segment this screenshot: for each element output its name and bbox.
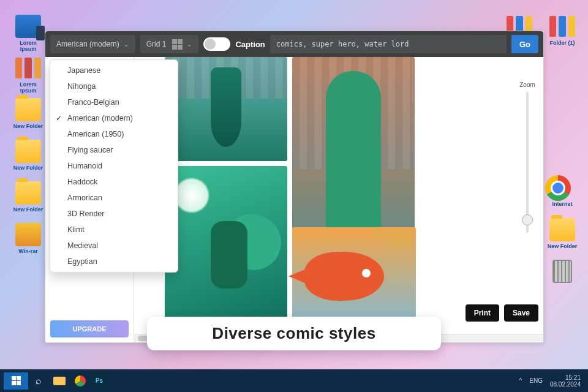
caption-toggle[interactable] bbox=[203, 37, 230, 51]
desktop-icon-label: Lorem Ipsum bbox=[11, 40, 45, 52]
caption-toggle-label: Caption bbox=[235, 40, 265, 49]
system-tray: ^ ENG 15:21 08.02.2024 bbox=[519, 374, 588, 388]
hero-figure-icon bbox=[326, 71, 381, 243]
desktop-icon-folder[interactable]: New Folder bbox=[11, 98, 45, 129]
trash-icon bbox=[552, 260, 572, 283]
style-dropdown: Japanese Nihonga Franco-Belgian American… bbox=[50, 59, 178, 273]
tray-clock[interactable]: 15:21 08.02.2024 bbox=[550, 374, 581, 388]
print-button[interactable]: Print bbox=[466, 304, 499, 322]
style-select-value: American (modern) bbox=[56, 40, 119, 48]
desktop-icon-pc[interactable]: Lorem Ipsum bbox=[11, 15, 45, 52]
desktop-icon-label: Internet bbox=[545, 201, 579, 207]
app-window: American (modern) ⌄ Grid 1 ⌄ Caption Go … bbox=[45, 31, 544, 343]
taskbar-chrome[interactable] bbox=[70, 372, 91, 390]
prompt-input[interactable] bbox=[270, 35, 507, 53]
hero-figure-icon bbox=[211, 67, 241, 147]
desktop-icon-label: New Folder bbox=[11, 123, 45, 129]
style-option-medieval[interactable]: Medieval bbox=[50, 238, 178, 254]
binders-icon bbox=[549, 15, 575, 38]
style-option-3d-render[interactable]: 3D Render bbox=[50, 206, 178, 222]
pc-icon bbox=[15, 15, 41, 38]
chevron-down-icon: ⌄ bbox=[123, 40, 129, 48]
panel-1[interactable] bbox=[165, 57, 287, 161]
desktop-icon-label: New Folder bbox=[545, 243, 579, 249]
taskbar: ⌕ Ps ^ ENG 15:21 08.02.2024 bbox=[0, 369, 588, 392]
style-option-japanese[interactable]: Japanese bbox=[50, 62, 178, 78]
zoom-label: Zoom bbox=[519, 81, 535, 88]
tray-chevron-icon[interactable]: ^ bbox=[519, 377, 522, 384]
style-option-armorican[interactable]: Armorican bbox=[50, 190, 178, 206]
caption-card: Diverse comic styles bbox=[147, 317, 441, 350]
upgrade-button[interactable]: UPGRADE bbox=[50, 320, 129, 337]
sun-icon bbox=[173, 177, 210, 214]
desktop-icon-folder[interactable]: New Folder bbox=[11, 140, 45, 171]
go-button[interactable]: Go bbox=[511, 35, 538, 53]
taskbar-search[interactable]: ⌕ bbox=[28, 372, 49, 390]
desktop-icon-label: New Folder bbox=[11, 165, 45, 171]
desktop-icon-label: New Folder bbox=[11, 206, 45, 213]
panel-3[interactable] bbox=[165, 166, 287, 337]
style-option-flying-saucer[interactable]: Flying saucer bbox=[50, 142, 178, 158]
fish-icon bbox=[304, 252, 384, 301]
chevron-down-icon: ⌄ bbox=[186, 40, 192, 48]
desktop-icon-label: Folder (1) bbox=[545, 40, 579, 46]
desktop-icon-winrar[interactable]: Win-rar bbox=[11, 223, 45, 254]
desktop-icon-folder[interactable]: New Folder bbox=[11, 181, 45, 213]
app-toolbar: American (modern) ⌄ Grid 1 ⌄ Caption Go bbox=[45, 31, 543, 57]
desktop-icon-folder[interactable]: New Folder bbox=[545, 218, 579, 249]
folder-icon bbox=[15, 98, 41, 121]
grid-icon bbox=[172, 39, 183, 50]
desktop-icon-folder1[interactable]: Folder (1) bbox=[545, 15, 579, 46]
style-option-klimt[interactable]: Klimt bbox=[50, 222, 178, 238]
grid-select-value: Grid 1 bbox=[146, 40, 167, 48]
panel-4[interactable]: WATERRFICH bbox=[292, 227, 416, 331]
panel-4-title: WATERRFICH bbox=[372, 231, 411, 249]
archive-icon bbox=[15, 223, 41, 246]
style-option-humanoid[interactable]: Humanoid bbox=[50, 158, 178, 174]
desktop-icon-binders[interactable]: Lorem Ipsum bbox=[11, 56, 45, 94]
desktop-icon-label: Lorem Ipsum bbox=[11, 81, 45, 94]
tray-date: 08.02.2024 bbox=[550, 381, 581, 388]
windows-icon bbox=[12, 376, 21, 385]
binders-icon bbox=[15, 56, 41, 80]
tray-time: 15:21 bbox=[550, 374, 581, 381]
desktop-icon-trash[interactable] bbox=[545, 260, 579, 285]
start-button[interactable] bbox=[4, 372, 28, 390]
save-button[interactable]: Save bbox=[504, 304, 538, 322]
style-select[interactable]: American (modern) ⌄ bbox=[50, 35, 135, 53]
hero-figure-icon bbox=[202, 209, 257, 307]
desktop-icon-internet[interactable]: Internet bbox=[545, 175, 579, 207]
folder-icon bbox=[53, 377, 66, 385]
search-icon: ⌕ bbox=[36, 375, 42, 386]
grid-select[interactable]: Grid 1 ⌄ bbox=[140, 35, 199, 53]
canvas: WATERRFICH Zoom Print Save bbox=[134, 57, 543, 342]
zoom-control: Zoom bbox=[515, 81, 540, 233]
tray-language[interactable]: ENG bbox=[529, 377, 543, 384]
desktop-icon-label: Win-rar bbox=[11, 248, 45, 254]
taskbar-photoshop[interactable]: Ps bbox=[91, 372, 108, 390]
folder-icon bbox=[15, 181, 41, 205]
zoom-slider-thumb[interactable] bbox=[522, 214, 533, 225]
chrome-icon bbox=[75, 375, 86, 386]
zoom-slider[interactable] bbox=[526, 92, 529, 233]
chrome-icon bbox=[545, 175, 571, 201]
style-option-nihonga[interactable]: Nihonga bbox=[50, 78, 178, 94]
folder-icon bbox=[15, 140, 41, 163]
style-option-american-modern[interactable]: American (modern) bbox=[50, 110, 178, 126]
style-option-franco-belgian[interactable]: Franco-Belgian bbox=[50, 94, 178, 110]
style-option-egyptian[interactable]: Egyptian bbox=[50, 254, 178, 270]
style-option-haddock[interactable]: Haddock bbox=[50, 174, 178, 190]
style-option-american-1950[interactable]: American (1950) bbox=[50, 126, 178, 142]
action-buttons: Print Save bbox=[466, 304, 538, 322]
folder-icon bbox=[549, 218, 575, 241]
taskbar-explorer[interactable] bbox=[49, 372, 70, 390]
